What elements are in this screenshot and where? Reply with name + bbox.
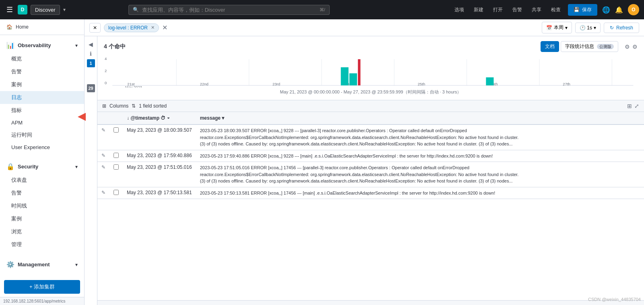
- sidebar-item-案例-obs[interactable]: 案例: [0, 78, 84, 91]
- new-button[interactable]: 新建: [471, 5, 486, 15]
- time-range-info: May 21, 2023 @ 00:00:00.000 - May 27, 20…: [104, 87, 638, 98]
- top-nav-actions: 选项 新建 打开 告警 共享 检查 💾 保存 🌐 🔔 O: [452, 4, 639, 16]
- tab-documents[interactable]: 文档: [541, 41, 559, 52]
- date-picker-button[interactable]: 📅 本周 ▾: [542, 22, 572, 33]
- table-area: ↓ @timestamp ⏱ ▾ message ▾: [97, 112, 644, 300]
- expand-row-button-3[interactable]: ✎: [101, 190, 105, 195]
- row-expand-2[interactable]: ✎: [97, 162, 109, 187]
- row-timestamp-2: May 23, 2023 @ 17:51:05.016: [123, 162, 196, 187]
- sidebar-item-概览[interactable]: 概览: [0, 52, 84, 65]
- row-checkbox-input-2[interactable]: [114, 164, 119, 170]
- sidebar-item-apm[interactable]: APM: [0, 117, 84, 129]
- columns-button[interactable]: Columns: [109, 103, 128, 109]
- expand-left-button[interactable]: ◀: [87, 39, 95, 49]
- management-section: ⚙️ Management ▾: [0, 254, 84, 275]
- expand-row-button-2[interactable]: ✎: [101, 164, 105, 170]
- sidebar-item-仪表盘[interactable]: 仪表盘: [0, 174, 84, 187]
- row-expand-3[interactable]: ✎: [97, 187, 109, 199]
- sort-down-icon: ↓: [127, 115, 130, 121]
- row-checkbox-3[interactable]: [109, 187, 123, 199]
- svg-text:2: 2: [105, 69, 107, 73]
- row-checkbox-input-1[interactable]: [114, 153, 119, 158]
- filter-tag-close[interactable]: ✕: [151, 25, 155, 30]
- collapse-button[interactable]: ✕: [89, 23, 101, 33]
- date-chevron-icon: ▾: [565, 25, 568, 31]
- results-panel: 4 个命中 文档 字段统计信息 公测版 ⚙ ⚙: [97, 36, 644, 305]
- histogram-header: 4 个命中 文档 字段统计信息 公测版 ⚙ ⚙: [104, 41, 638, 52]
- open-button[interactable]: 打开: [491, 5, 505, 15]
- sidebar-item-时间线[interactable]: 时间线: [0, 199, 84, 212]
- row-checkbox-1[interactable]: [109, 150, 123, 162]
- th-checkbox: [109, 112, 123, 124]
- histogram-chart: 4 2 0 21st May 2023 22nd 23rd 24th 25th: [104, 55, 638, 87]
- results-count: 4 个命中: [104, 43, 126, 50]
- histogram-area: 4 个命中 文档 字段统计信息 公测版 ⚙ ⚙: [97, 36, 644, 100]
- observability-header[interactable]: 📊 Observability ▾: [0, 38, 84, 52]
- observability-chevron-icon: ▾: [75, 43, 78, 48]
- security-section: 🔒 Security ▾ 仪表盘 告警 时间线 案例 浏览 管理: [0, 156, 84, 254]
- options-button[interactable]: 选项: [452, 5, 466, 15]
- inspect-button[interactable]: 检查: [549, 5, 563, 15]
- row-expand-0[interactable]: ✎: [97, 124, 109, 150]
- observability-icon: 📊: [6, 41, 14, 49]
- sidebar-item-浏览[interactable]: 浏览: [0, 225, 84, 238]
- row-expand-1[interactable]: ✎: [97, 150, 109, 162]
- settings-icon-1[interactable]: ⚙: [625, 44, 630, 50]
- th-actions: [97, 112, 109, 124]
- global-icon[interactable]: 🌐: [602, 6, 610, 14]
- tab-field-stats[interactable]: 字段统计信息 公测版: [561, 41, 618, 52]
- sidebar-item-告警-obs[interactable]: 告警: [0, 65, 84, 78]
- th-timestamp[interactable]: ↓ @timestamp ⏱ ▾: [123, 112, 196, 124]
- hamburger-button[interactable]: ☰: [5, 4, 14, 16]
- table-row: ✎ May 23, 2023 @ 17:51:05.016 2023-05-23…: [97, 162, 644, 187]
- app-chevron-icon[interactable]: ▾: [63, 7, 66, 12]
- settings-icon-2[interactable]: ⚙: [632, 44, 638, 50]
- sidebar-item-user-experience[interactable]: User Experience: [0, 141, 84, 153]
- svg-text:22nd: 22nd: [200, 82, 208, 86]
- add-cluster-button[interactable]: + 添加集群: [4, 280, 80, 294]
- sort-button[interactable]: 1 field sorted: [139, 103, 167, 109]
- row-checkbox-input-0[interactable]: [114, 127, 119, 133]
- sidebar-item-指标[interactable]: 指标: [0, 104, 84, 117]
- app-name-button[interactable]: Discover: [31, 5, 60, 15]
- row-checkbox-input-3[interactable]: [114, 190, 119, 195]
- clear-filter-button[interactable]: ✕: [162, 24, 167, 31]
- svg-text:25th: 25th: [418, 82, 425, 86]
- table-expand-icon[interactable]: ⤢: [634, 103, 639, 109]
- sidebar-item-案例-sec[interactable]: 案例: [0, 212, 84, 225]
- row-message-3: 2023-05-23 17:50:13.581 ERROR [xcoa,,] 1…: [196, 187, 644, 199]
- alert-button[interactable]: 告警: [510, 5, 524, 15]
- svg-rect-20: [349, 73, 357, 85]
- row-checkbox-2[interactable]: [109, 162, 123, 187]
- management-header[interactable]: ⚙️ Management ▾: [0, 257, 84, 272]
- save-button[interactable]: 💾 保存: [568, 4, 597, 16]
- refresh-button[interactable]: ↻ Refresh: [604, 23, 639, 33]
- svg-text:0: 0: [105, 81, 107, 85]
- table-view-icon[interactable]: ⊞: [627, 103, 632, 109]
- app-badge: D: [18, 5, 27, 15]
- table-toolbar: ⊞ Columns ⇅ 1 field sorted ⊞ ⤢: [97, 100, 644, 112]
- interval-button[interactable]: 🕐 1s ▾: [575, 23, 601, 33]
- sidebar-item-管理[interactable]: 管理: [0, 238, 84, 251]
- info-button[interactable]: ℹ: [90, 51, 92, 57]
- sidebar-item-日志[interactable]: 日志: [0, 91, 84, 104]
- expand-row-button-0[interactable]: ✎: [101, 127, 105, 133]
- bottom-scrollbar[interactable]: [97, 300, 644, 305]
- management-icon: ⚙️: [6, 261, 14, 268]
- user-avatar[interactable]: O: [628, 4, 639, 15]
- sidebar: 🏠 Home 📊 Observability ▾ 概览 告警 案例 日志 指标 …: [0, 19, 85, 305]
- svg-text:27th: 27th: [563, 82, 570, 86]
- security-chevron-icon: ▾: [75, 164, 78, 170]
- row-checkbox-0[interactable]: [109, 124, 123, 150]
- sidebar-item-运行时间[interactable]: 运行时间: [0, 129, 84, 141]
- sidebar-item-告警-sec[interactable]: 告警: [0, 187, 84, 199]
- th-message[interactable]: message ▾: [196, 112, 644, 124]
- expand-row-button-1[interactable]: ✎: [101, 153, 105, 158]
- security-header[interactable]: 🔒 Security ▾: [0, 160, 84, 174]
- search-input[interactable]: [142, 7, 316, 13]
- share-button[interactable]: 共享: [529, 5, 544, 15]
- global-search-bar: 🔍 ⌘/: [128, 5, 330, 15]
- sidebar-home[interactable]: 🏠 Home: [0, 19, 84, 35]
- row-message-2: 2023-05-23 17:51:05.016 ERROR [xcoa,,] 1…: [196, 162, 644, 187]
- notification-icon[interactable]: 🔔: [615, 6, 623, 14]
